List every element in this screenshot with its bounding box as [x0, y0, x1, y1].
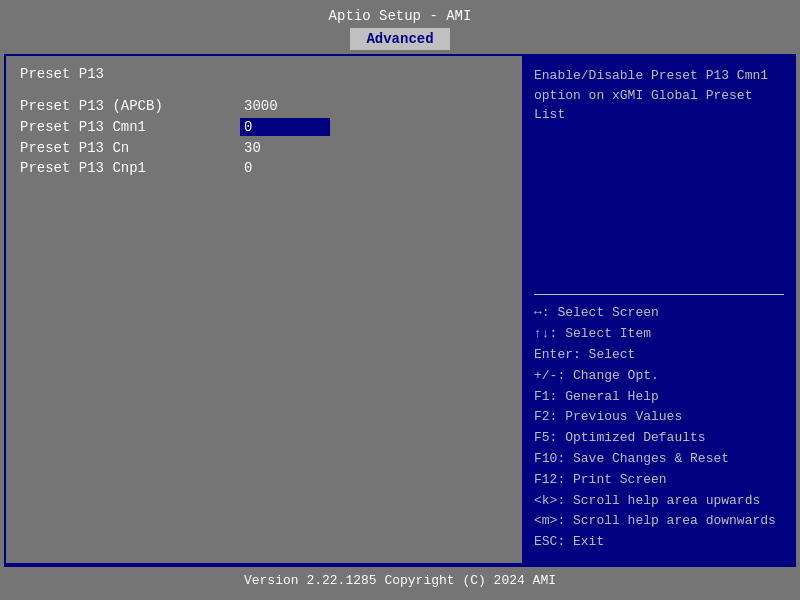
key-binding-item: <m>: Scroll help area downwards: [534, 511, 784, 532]
footer-text: Version 2.22.1285 Copyright (C) 2024 AMI: [244, 573, 556, 588]
key-binding-item: F10: Save Changes & Reset: [534, 449, 784, 470]
help-text: Enable/Disable Preset P13 Cmn1 option on…: [534, 66, 784, 125]
key-binding-item: <k>: Scroll help area upwards: [534, 491, 784, 512]
header: Aptio Setup - AMI: [0, 0, 800, 24]
key-help: ↔: Select Screen↑↓: Select ItemEnter: Se…: [534, 303, 784, 553]
section-title: Preset P13: [20, 66, 508, 82]
key-binding-item: ↑↓: Select Item: [534, 324, 784, 345]
key-binding-item: ↔: Select Screen: [534, 303, 784, 324]
key-binding-item: Enter: Select: [534, 345, 784, 366]
menu-item-value: 0: [240, 160, 256, 176]
menu-item-label: Preset P13 Cnp1: [20, 160, 240, 176]
menu-item-value-selected: 0: [240, 118, 330, 136]
footer: Version 2.22.1285 Copyright (C) 2024 AMI: [4, 565, 796, 596]
menu-item-label: Preset P13 Cmn1: [20, 119, 240, 135]
tab-bar: Advanced: [0, 28, 800, 50]
menu-item-value: 3000: [240, 98, 282, 114]
right-panel: Enable/Disable Preset P13 Cmn1 option on…: [524, 56, 794, 563]
divider: [534, 294, 784, 295]
key-binding-item: F12: Print Screen: [534, 470, 784, 491]
screen: Aptio Setup - AMI Advanced Preset P13 Pr…: [0, 0, 800, 600]
key-binding-item: ESC: Exit: [534, 532, 784, 553]
app-title: Aptio Setup - AMI: [329, 8, 472, 24]
list-item[interactable]: Preset P13 Cn 30: [20, 140, 508, 156]
left-panel: Preset P13 Preset P13 (APCB) 3000 Preset…: [6, 56, 524, 563]
key-binding-item: F1: General Help: [534, 387, 784, 408]
list-item[interactable]: Preset P13 Cmn1 0: [20, 118, 508, 136]
key-binding-item: F2: Previous Values: [534, 407, 784, 428]
list-item[interactable]: Preset P13 (APCB) 3000: [20, 98, 508, 114]
key-binding-item: F5: Optimized Defaults: [534, 428, 784, 449]
list-item[interactable]: Preset P13 Cnp1 0: [20, 160, 508, 176]
main-content: Preset P13 Preset P13 (APCB) 3000 Preset…: [4, 54, 796, 565]
menu-item-label: Preset P13 Cn: [20, 140, 240, 156]
key-binding-item: +/-: Change Opt.: [534, 366, 784, 387]
menu-item-label: Preset P13 (APCB): [20, 98, 240, 114]
menu-item-value: 30: [240, 140, 265, 156]
tab-advanced[interactable]: Advanced: [350, 28, 449, 50]
